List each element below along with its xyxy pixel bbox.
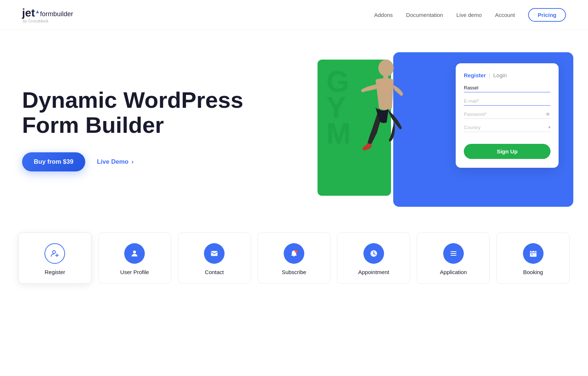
country-select-wrapper: Country United States United Kingdom Can… [464,123,551,138]
logo[interactable]: jet ▲ formbuilder by Crocoblock [22,7,73,23]
country-select[interactable]: Country United States United Kingdom Can… [464,123,551,132]
card-application[interactable]: Application [417,233,490,284]
register-tab[interactable]: Register [464,72,486,78]
card-register-label: Register [45,269,65,275]
logo-jet: jet [22,7,35,19]
card-appointment-label: Appointment [358,269,389,275]
hero-section: Dynamic WordPress Form Builder Buy from … [0,30,588,221]
card-booking-label: Booking [523,269,543,275]
card-user-profile-label: User Profile [120,269,149,275]
user-profile-icon [124,243,145,264]
email-field-wrapper [464,97,551,106]
buy-button[interactable]: Buy from $39 [22,152,85,171]
card-application-label: Application [440,269,467,275]
athlete-image [332,52,417,199]
card-register[interactable]: Register [18,233,92,284]
form-types-section: Register User Profile Contact ! [0,221,588,306]
name-input[interactable] [464,84,551,92]
svg-rect-14 [451,253,456,254]
live-demo-button[interactable]: Live Demo › [97,158,134,166]
register-form-card: Register | Login 👁 Country United States… [456,63,559,168]
nav-documentation[interactable]: Documentation [406,12,443,18]
navbar: jet ▲ formbuilder by Crocoblock Addons D… [0,0,588,30]
name-field-wrapper [464,84,551,92]
svg-point-0 [378,60,394,77]
password-input[interactable] [464,110,551,119]
hero-actions: Buy from $39 Live Demo › [22,152,306,171]
appointment-icon [363,243,384,264]
logo-sub: by Crocoblock [23,19,73,23]
logo-formbuilder: formbuilder [40,11,73,18]
svg-rect-16 [530,251,537,257]
svg-point-2 [53,251,55,253]
application-icon [443,243,464,264]
card-appointment[interactable]: Appointment [337,233,410,284]
register-icon [44,243,65,264]
arrow-right-icon: › [132,158,134,166]
card-contact[interactable]: Contact [178,233,251,284]
card-booking[interactable]: Booking [496,233,570,284]
subscribe-icon: ! [284,243,304,264]
logo-triangle-icon: ▲ [35,9,40,14]
email-input[interactable] [464,97,551,106]
svg-rect-20 [531,254,533,255]
hero-right: G Y M [321,52,566,207]
svg-text:!: ! [295,251,296,253]
password-field-wrapper: 👁 [464,110,551,119]
booking-icon [523,243,544,264]
nav-links: Addons Documentation Live demo Account P… [374,8,566,22]
card-subscribe-label: Subscribe [282,269,306,275]
card-user-profile[interactable]: User Profile [98,233,171,284]
signup-button[interactable]: Sign Up [464,144,551,159]
nav-live-demo[interactable]: Live demo [456,12,482,18]
nav-addons[interactable]: Addons [374,12,393,18]
svg-rect-6 [211,251,218,256]
password-toggle-icon[interactable]: 👁 [545,111,551,117]
hero-title: Dynamic WordPress Form Builder [22,88,306,138]
nav-account[interactable]: Account [495,12,515,18]
svg-rect-13 [451,251,456,252]
card-subscribe[interactable]: ! Subscribe [258,233,331,284]
card-contact-label: Contact [205,269,224,275]
form-card-header: Register | Login [464,72,551,78]
contact-icon [204,243,225,264]
login-tab[interactable]: Login [493,72,507,78]
svg-point-5 [133,251,136,253]
hero-left: Dynamic WordPress Form Builder Buy from … [22,88,321,171]
svg-rect-15 [451,255,456,256]
svg-point-12 [373,253,374,254]
pricing-button[interactable]: Pricing [528,8,566,22]
